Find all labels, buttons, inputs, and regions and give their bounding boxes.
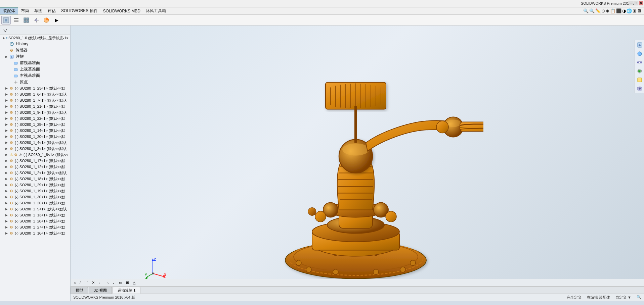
view-icons-panel: ⊕ bbox=[635, 40, 644, 93]
tree-history[interactable]: ▶ History bbox=[0, 41, 70, 47]
status-fully-defined: 完全定义 bbox=[567, 295, 582, 300]
toolbar-expand-btn[interactable]: ▶ bbox=[52, 16, 61, 24]
appearance-icon[interactable] bbox=[636, 67, 644, 75]
hide-show-icon[interactable] bbox=[636, 58, 644, 66]
menu-mufeng-tools[interactable]: 沐风工具箱 bbox=[143, 7, 169, 14]
cube-icon[interactable]: ⬛ bbox=[616, 8, 621, 13]
svg-text:A: A bbox=[11, 56, 13, 59]
half-circle-icon[interactable]: ◑ bbox=[622, 8, 626, 13]
close-button[interactable]: ✕ bbox=[639, 1, 643, 5]
tree-part-20-label: (-) SO280_1_20<1> (默认<<默 bbox=[15, 134, 65, 139]
tree-part-23[interactable]: ▶ ⚙ (-) SO280_1_23<1> (默认<<默 bbox=[0, 85, 70, 91]
tree-part-29[interactable]: ▶ ⚙ (-) SO280_1_29<1> (默认<<默 bbox=[0, 182, 70, 188]
menu-solidworks-plugins[interactable]: SOLIDWORKS 插件 bbox=[58, 7, 100, 14]
toolbar-list-btn[interactable] bbox=[11, 16, 21, 24]
tree-top-plane[interactable]: ▶ 上视基准面 bbox=[0, 66, 70, 72]
tree-part-9[interactable]: ▶ ⚙ (-) SO280_1_9<1> (默认<<默认 bbox=[0, 109, 70, 115]
search-icon-status[interactable]: 🔍 bbox=[637, 295, 641, 300]
toolbar-cross-btn[interactable] bbox=[32, 16, 41, 24]
tree-part-21[interactable]: ▶ ⚙ (-) SO280_1_21<1> (默认<<默 bbox=[0, 103, 70, 109]
toolbar-component-btn[interactable] bbox=[22, 16, 31, 24]
tree-part-8-warning[interactable]: ▶ ⚠ ⚙ ⚠ (-) SO280_1_8<1> (默认<< bbox=[0, 152, 70, 158]
tree-part-7-label: (-) SO280_1_7<1> (默认<<默认 bbox=[15, 98, 67, 103]
tree-part-3[interactable]: ▶ ⚙ (-) SO280_1_3<1> (默认<<默认 bbox=[0, 146, 70, 152]
svg-point-35 bbox=[639, 88, 641, 90]
tree-part-4[interactable]: ▶ ⚙ (-) SO280_1_4<1> (默认<<默认 bbox=[0, 140, 70, 146]
camera-icon[interactable] bbox=[636, 85, 644, 93]
svg-rect-7 bbox=[24, 20, 26, 22]
menu-evaluate[interactable]: 评估 bbox=[45, 7, 58, 14]
tree-part-7[interactable]: ▶ ⚙ (-) SO280_1_7<1> (默认<<默认 bbox=[0, 97, 70, 103]
plus-icon[interactable]: ⊕ bbox=[606, 8, 609, 13]
tree-part-8-label: ⚠ (-) SO280_1_8<1> (默认<< bbox=[19, 152, 68, 157]
part-icon-6: ⚙ bbox=[10, 116, 13, 121]
clipboard-icon[interactable]: 📋 bbox=[610, 8, 615, 13]
tab-model[interactable]: 模型 bbox=[71, 287, 88, 294]
tree-part-25[interactable]: ▶ ⚙ (-) SO280_1_25<1> (默认<<默 bbox=[0, 121, 70, 128]
menu-assembly[interactable]: 装配体 bbox=[0, 7, 18, 14]
tree-part-28[interactable]: ▶ ⚙ (-) SO280_1_28<1> (默认<<默 bbox=[0, 218, 70, 224]
tree-part-12[interactable]: ▶ ⚙ (-) SO280_1_12<1> (默认<<默 bbox=[0, 164, 70, 170]
circle-icon[interactable]: ⊙ bbox=[601, 8, 605, 13]
draw-slash-btn[interactable]: / bbox=[78, 280, 82, 286]
tree-root[interactable]: ▶ SO280_1.0 (默认<默认_显示状态-1> bbox=[0, 35, 70, 41]
draw-arc-btn[interactable]: ⌒ bbox=[83, 279, 90, 286]
draw-grid-btn[interactable]: ⊞ bbox=[124, 280, 131, 286]
toolbar-pie-btn[interactable] bbox=[42, 16, 51, 24]
tab-3d-view[interactable]: 3D 视图 bbox=[89, 287, 112, 294]
draw-right-angle-btn[interactable]: ⌐ bbox=[112, 280, 117, 286]
tree-part-14[interactable]: ▶ ⚙ (-) SO280_1_14<1> (默认<<默 bbox=[0, 128, 70, 134]
draw-arrow-btn[interactable]: ← bbox=[97, 280, 104, 286]
sections-icon[interactable] bbox=[636, 76, 644, 84]
grid-icon[interactable]: ⊞ bbox=[633, 8, 636, 13]
tree-right-plane[interactable]: ▶ 右视基准面 bbox=[0, 72, 70, 79]
feature-tree[interactable]: ▶ SO280_1.0 (默认<默认_显示状态-1> ▶ History ▶ bbox=[0, 35, 70, 301]
display-style-icon[interactable] bbox=[636, 50, 644, 58]
monitor-icon[interactable]: 🖥 bbox=[637, 8, 641, 13]
zoom-icon[interactable]: 🔍 bbox=[589, 8, 595, 13]
tree-sensors[interactable]: ▶ ⚙ 传感器 bbox=[0, 47, 70, 53]
pencil-icon[interactable]: ✏️ bbox=[595, 8, 601, 13]
draw-cross-btn[interactable]: ✕ bbox=[90, 280, 96, 286]
globe-icon[interactable]: 🌐 bbox=[627, 8, 632, 13]
draw-triangle-btn[interactable]: △ bbox=[131, 280, 137, 286]
plane-icon-top bbox=[14, 67, 18, 71]
tree-part-30[interactable]: ▶ ⚙ (-) SO280_1_30<1> (默认<<默 bbox=[0, 194, 70, 200]
draw-circle-btn[interactable]: ○ bbox=[72, 280, 78, 286]
filter-icon[interactable]: ▽ bbox=[1, 27, 9, 34]
tree-part-6[interactable]: ▶ ⚙ (-) SO280_1_6<1> (默认<<默认 bbox=[0, 91, 70, 97]
customize-dropdown[interactable]: 自定义 ▼ bbox=[615, 295, 631, 300]
view-orientation-icon[interactable]: ⊕ bbox=[636, 41, 644, 49]
tab-motion-study[interactable]: 运动算例 1 bbox=[113, 287, 140, 294]
minimize-button[interactable]: — bbox=[629, 1, 633, 5]
search-icon[interactable]: 🔍 bbox=[583, 8, 589, 13]
tree-part-18[interactable]: ▶ ⚙ (-) SO280_1_18<1> (默认<<默 bbox=[0, 176, 70, 182]
tree-part-26[interactable]: ▶ ⚙ (-) SO280_1_26<1> (默认<<默 bbox=[0, 200, 70, 206]
tree-part-2[interactable]: ▶ ⚙ (-) SO280_1_2<1> (默认<<默认 bbox=[0, 170, 70, 176]
menu-layout[interactable]: 布局 bbox=[18, 7, 32, 14]
plane-icon bbox=[14, 61, 18, 65]
maximize-button[interactable]: □ bbox=[634, 1, 638, 5]
tree-part-19[interactable]: ▶ ⚙ (-) SO280_1_19<1> (默认<<默 bbox=[0, 188, 70, 194]
tree-part-13[interactable]: ▶ ⚙ (-) SO280_1_13<1> (默认<<默 bbox=[0, 212, 70, 218]
tree-part-27[interactable]: ▶ ⚙ (-) SO280_1_27<1> (默认<<默 bbox=[0, 224, 70, 230]
tree-part-22[interactable]: ▶ ⚙ (-) SO280_1_22<1> (默认<<默 bbox=[0, 115, 70, 121]
tree-front-plane[interactable]: ▶ 前视基准面 bbox=[0, 60, 70, 66]
tree-part-20[interactable]: ▶ ⚙ (-) SO280_1_20<1> (默认<<默 bbox=[0, 134, 70, 140]
tree-part-5[interactable]: ▶ ⚙ (-) SO280_1_5<1> (默认<<默认 bbox=[0, 206, 70, 212]
tree-part-5-label: (-) SO280_1_5<1> (默认<<默认 bbox=[15, 207, 67, 212]
annotation-icon: A bbox=[10, 55, 14, 59]
tree-origin[interactable]: ▶ 原点 bbox=[0, 79, 70, 85]
tree-part-16[interactable]: ▶ ⚙ (-) SO280_1_16<1> (默认<<默 bbox=[0, 230, 70, 236]
menu-sketch[interactable]: 草图 bbox=[32, 7, 45, 14]
3d-viewport[interactable]: ⊕ bbox=[71, 26, 644, 301]
draw-rect-btn[interactable]: ▭ bbox=[117, 280, 124, 286]
menu-solidworks-mbd[interactable]: SOLIDWORKS MBD bbox=[100, 7, 143, 14]
toolbar-assembly-btn[interactable] bbox=[1, 16, 11, 24]
draw-slash2-btn[interactable]: ⟍ bbox=[104, 280, 111, 286]
drawing-toolbar: ○ / ⌒ ✕ ← ⟍ ⌐ ▭ ⊞ △ bbox=[71, 279, 644, 286]
tree-part-22-label: (-) SO280_1_22<1> (默认<<默 bbox=[15, 116, 65, 121]
tree-part-17[interactable]: ▶ ⚙ (-) SO280_1_17<1> (默认<<默 bbox=[0, 158, 70, 164]
tree-annotations[interactable]: ▶ A 注解 bbox=[0, 53, 70, 60]
window-controls[interactable]: — □ ✕ bbox=[628, 0, 644, 6]
